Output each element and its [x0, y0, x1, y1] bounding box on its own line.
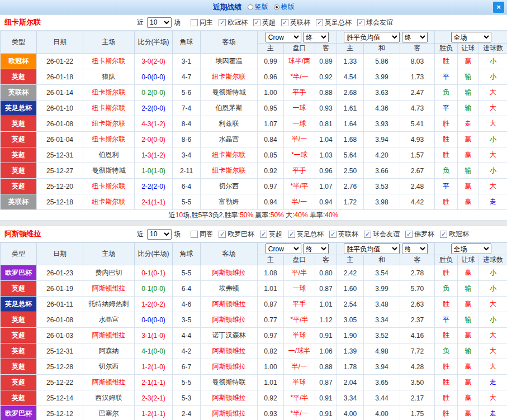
league-filter-checkbox[interactable]: ✓英超 [260, 230, 282, 239]
avg-select-group: 胜平负均值 终 [337, 243, 435, 255]
layout-radio[interactable]: 竖版 [248, 2, 268, 12]
type-cell: 英超 [1, 132, 37, 147]
goals-cell: 大 [479, 85, 507, 101]
close-button[interactable]: × [493, 2, 504, 13]
scope-select[interactable]: 全场 [451, 32, 491, 42]
league-filter-checkbox[interactable]: ✓欧冠杯 [440, 230, 469, 239]
away-team-cell: 阿斯顿维拉 [201, 297, 258, 312]
odds-home-cell: 0.92 [258, 390, 284, 406]
away-team-cell: 水晶宫 [201, 132, 258, 147]
avg-away-cell: 3.50 [400, 375, 435, 390]
avg-home-cell: 3.34 [337, 390, 364, 406]
checkbox-label: 英足总杯 [297, 230, 324, 239]
result-cell: 平 [435, 101, 458, 116]
league-filter-checkbox[interactable]: ✓球会友谊 [357, 18, 393, 27]
home-team-cell: 狼队 [83, 69, 135, 85]
checkbox-label: 同主 [200, 18, 213, 27]
type-cell: 英足总杯 [1, 101, 37, 116]
league-filter-checkbox[interactable]: ✓欧罗巴杯 [219, 230, 254, 239]
handicap-result-cell: 赢 [458, 132, 479, 147]
odds-company-select[interactable]: Crow [266, 32, 301, 42]
date-cell: 26-01-10 [37, 101, 83, 116]
result-cell: 胜 [435, 194, 458, 210]
avg-draw-cell: 3.99 [364, 69, 400, 85]
corners-cell: 5-3 [173, 390, 201, 406]
avg-type-select[interactable]: 胜平负均值 [344, 244, 400, 254]
radio-icon [248, 4, 253, 10]
radio-selected-icon [274, 4, 279, 10]
date-cell: 26-01-08 [37, 312, 83, 328]
section-divider [0, 221, 507, 226]
odds-time-select[interactable]: 终 [303, 244, 329, 254]
score-cell: 4-3(1-2) [135, 116, 173, 132]
league-filter-checkbox[interactable]: 同主 [191, 18, 213, 27]
corners-cell: 7-4 [173, 101, 201, 116]
avg-time-select[interactable]: 终 [402, 32, 428, 42]
scope-select[interactable]: 全场 [451, 244, 491, 254]
goals-cell: 大 [479, 116, 507, 132]
away-team-cell: 曼彻斯特城 [201, 85, 258, 101]
avg-away-cell: 2.63 [400, 297, 435, 312]
odds-company-select[interactable]: Crow [266, 244, 301, 254]
avg-draw-cell: 3.53 [364, 179, 400, 194]
avg-draw-cell: 3.94 [364, 132, 400, 147]
type-cell: 英超 [1, 147, 37, 163]
handicap-result-cell: 输 [458, 101, 479, 116]
layout-radio[interactable]: 横版 [274, 2, 295, 12]
summary-part: 40% [295, 211, 308, 219]
league-filter-checkbox[interactable]: 同客 [191, 230, 213, 239]
topbar: 近期战绩 竖版横版 × [0, 0, 507, 15]
type-cell: 欧罗巴杯 [1, 406, 37, 420]
league-filter-checkbox[interactable]: ✓英联杯 [329, 230, 358, 239]
corners-cell: 2-11 [173, 163, 201, 179]
col-handicap-result: 让球 [458, 255, 479, 265]
league-filter-checkbox[interactable]: ✓佛罗杯 [405, 230, 434, 239]
avg-time-select[interactable]: 终 [402, 244, 428, 254]
score-cell: 1-3(1-2) [135, 147, 173, 163]
avg-away-cell: 1.57 [400, 147, 435, 163]
match-row: 英超26-01-18狼队0-0(0-0)4-7纽卡斯尔联0.96*半/一0.92… [1, 69, 507, 85]
checkbox-checked-icon: ✓ [440, 231, 447, 238]
league-filter-checkbox[interactable]: ✓球会友谊 [364, 230, 400, 239]
handicap-cell: 平手 [284, 163, 315, 179]
checkbox-checked-icon: ✓ [219, 231, 226, 238]
col-odds-home: 主 [258, 44, 284, 54]
date-cell: 25-12-18 [37, 194, 83, 210]
checkbox-checked-icon: ✓ [405, 231, 413, 238]
goals-cell: 小 [479, 281, 507, 297]
match-row: 英联杯26-01-14纽卡斯尔联0-2(0-0)5-6曼彻斯特城1.00平手0.… [1, 85, 507, 101]
date-cell: 26-01-22 [37, 54, 83, 69]
match-row: 英超25-12-31伯恩利1-3(1-2)3-4纽卡斯尔联0.85*一球1.03… [1, 147, 507, 163]
score-cell: 2-2(2-0) [135, 179, 173, 194]
league-filter-checkbox[interactable]: ✓英足总杯 [288, 230, 324, 239]
odds-time-select[interactable]: 终 [303, 32, 329, 42]
avg-draw-cell: 3.52 [364, 328, 400, 343]
result-cell: 负 [435, 281, 458, 297]
avg-select-group: 胜平负均值 终 [337, 31, 435, 44]
matches-table: 类型 日期 主场 比分(半场) 角球 客场 Crow 终 胜平负均值 终 全场 [0, 242, 507, 420]
type-cell: 欧冠杯 [1, 54, 37, 69]
avg-type-select[interactable]: 胜平负均值 [344, 32, 400, 42]
newcastle-section: 纽卡斯尔联 近 10 场 同主✓欧冠杯✓英超✓英联杯✓英足总杯✓球会友谊 类型 … [0, 15, 507, 221]
odds-away-cell: 1.01 [315, 297, 337, 312]
type-cell: 英超 [1, 359, 37, 375]
match-count-select[interactable]: 10 [147, 17, 172, 28]
league-filter-checkbox[interactable]: ✓英超 [253, 18, 276, 27]
near-label: 近 [137, 18, 144, 27]
result-cell: 胜 [435, 132, 458, 147]
league-filter-checkbox[interactable]: ✓欧冠杯 [219, 18, 248, 27]
summary-part: 单率: [308, 211, 325, 219]
team-filter-bar: 纽卡斯尔联 近 10 场 同主✓欧冠杯✓英超✓英联杯✓英足总杯✓球会友谊 [0, 15, 507, 31]
league-filter-checkbox[interactable]: ✓英联杯 [281, 18, 310, 27]
checkbox-label: 英联杯 [338, 230, 358, 239]
avg-draw-cell: 3.98 [364, 194, 400, 210]
type-cell: 英超 [1, 328, 37, 343]
date-cell: 26-01-18 [37, 69, 83, 85]
result-cell: 负 [435, 343, 458, 359]
league-filter-checkbox[interactable]: ✓英足总杯 [316, 18, 352, 27]
avg-away-cell: 4.28 [400, 359, 435, 375]
radio-label: 横版 [281, 2, 295, 12]
date-cell: 25-12-20 [37, 179, 83, 194]
match-count-select[interactable]: 10 [147, 229, 172, 240]
corners-cell: 3-4 [173, 147, 201, 163]
